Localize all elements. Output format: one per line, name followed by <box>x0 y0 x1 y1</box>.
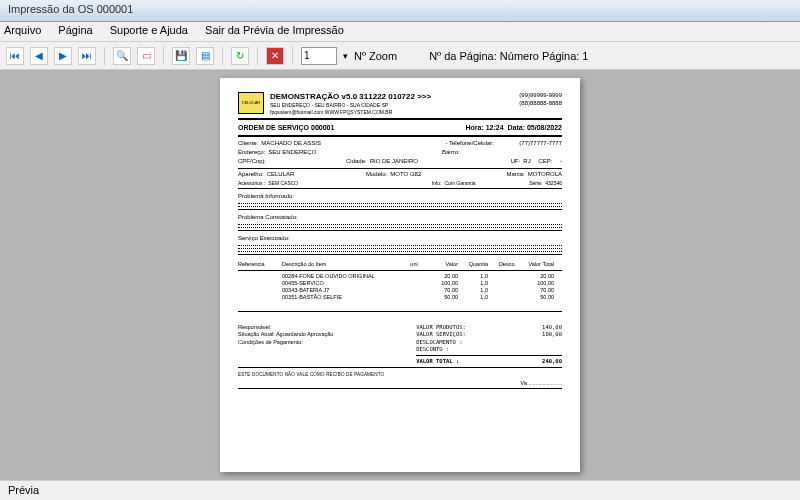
toolbar: ⏮ ◀ ▶ ⏭ 🔍 ▭ 💾 ▤ ↻ ✕ ▾ Nº Zoom Nº da Pági… <box>0 42 800 70</box>
nav-prev-icon[interactable]: ◀ <box>30 47 48 65</box>
export-icon[interactable]: ▤ <box>196 47 214 65</box>
zoom-tool-icon[interactable]: 🔍 <box>113 47 131 65</box>
nav-last-icon[interactable]: ⏭ <box>78 47 96 65</box>
refresh-icon[interactable]: ↻ <box>231 47 249 65</box>
window-titlebar: Impressão da OS 000001 <box>0 0 800 22</box>
page-number-input[interactable] <box>301 47 337 65</box>
nav-first-icon[interactable]: ⏮ <box>6 47 24 65</box>
menu-suporte[interactable]: Suporte e Ajuda <box>110 24 188 36</box>
menubar: Arquivo Página Suporte e Ajuda Sair da P… <box>0 22 800 42</box>
menu-pagina[interactable]: Página <box>58 24 92 36</box>
zoom-label: Nº Zoom <box>354 50 397 62</box>
close-icon[interactable]: ✕ <box>266 47 284 65</box>
menu-arquivo[interactable]: Arquivo <box>4 24 41 36</box>
nav-next-icon[interactable]: ▶ <box>54 47 72 65</box>
page-setup-icon[interactable]: ▭ <box>137 47 155 65</box>
save-icon[interactable]: 💾 <box>172 47 190 65</box>
menu-sair[interactable]: Sair da Prévia de Impressão <box>205 24 344 36</box>
page-info-label: Nº da Página: Número Página: 1 <box>429 50 588 62</box>
